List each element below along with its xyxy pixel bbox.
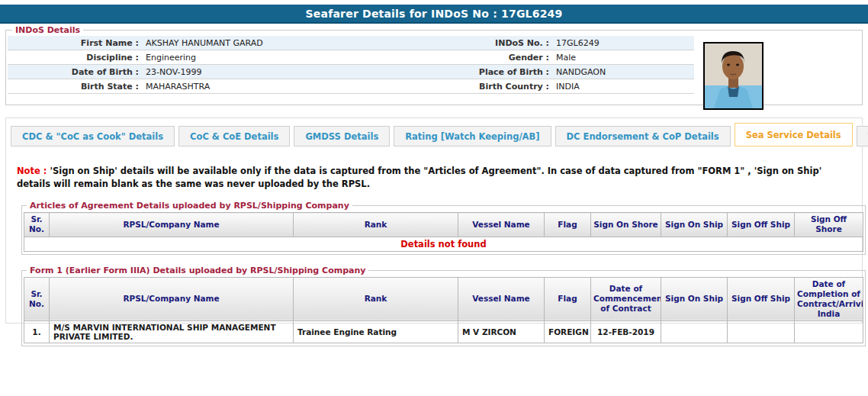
cell-sign-off-ship xyxy=(728,321,795,343)
cell-flag: FOREIGN xyxy=(545,321,591,343)
agreement-empty-row: Details not found xyxy=(24,237,863,251)
tab-panel: CDC & "CoC as Cook" Details CoC & CoE De… xyxy=(5,118,863,324)
discipline-label: Discipline xyxy=(8,53,139,63)
title-bar: Seafarer Details for INDoS No : 17GL6249 xyxy=(0,5,868,24)
first-name-value: AKSHAY HANUMANT GARAD xyxy=(139,38,435,48)
date-of-birth-value: 23-NOV-1999 xyxy=(139,67,435,77)
col-rpsl-company: RPSL/Company Name xyxy=(50,277,294,321)
tab-strip: CDC & "CoC as Cook" Details CoC & CoE De… xyxy=(6,118,862,146)
col-date-completion: Date of Completion of Contract/Arriving … xyxy=(795,277,863,321)
table-row: 1. M/S MARVIN INTERNATIONAL SHIP MANAGEM… xyxy=(24,321,863,343)
cell-rpsl-company: M/S MARVIN INTERNATIONAL SHIP MANAGEMENT… xyxy=(50,321,294,343)
indos-no-label: INDoS No. xyxy=(435,38,549,48)
details-not-found-message: Details not found xyxy=(24,237,863,251)
gender-value: Male xyxy=(549,53,694,63)
agreement-details-legend: Articles of Agreement Details uploaded b… xyxy=(27,201,352,211)
tab-sea-service[interactable]: Sea Service Details xyxy=(735,123,853,146)
indos-row-birth-state: Birth State MAHARASHTRA Birth Country IN… xyxy=(8,79,694,94)
indos-details-legend: INDoS Details xyxy=(12,25,83,35)
col-rank: Rank xyxy=(294,277,458,321)
cell-sign-on-ship xyxy=(661,321,728,343)
indos-row-birth-date: Date of Birth 23-NOV-1999 Place of Birth… xyxy=(8,65,694,79)
cell-date-completion xyxy=(795,321,863,343)
place-of-birth-label: Place of Birth xyxy=(435,67,549,77)
form1-details-legend: Form 1 (Earlier Form IIIA) Details uploa… xyxy=(27,266,368,275)
col-flag: Flag xyxy=(545,277,591,321)
tab-rating-watch-keeping[interactable]: Rating [Watch Keeping/AB] xyxy=(394,126,551,146)
tab-coc-coe[interactable]: CoC & CoE Details xyxy=(178,126,290,146)
col-vessel-name: Vessel Name xyxy=(458,213,545,237)
page-title: Seafarer Details for INDoS No : 17GL6249 xyxy=(306,8,563,20)
agreement-details-section: Articles of Agreement Details uploaded b… xyxy=(21,201,866,254)
form1-details-table: Sr. No. RPSL/Company Name Rank Vessel Na… xyxy=(24,277,863,344)
cell-rank: Trainee Engine Rating xyxy=(294,321,458,343)
indos-no-value: 17GL6249 xyxy=(549,38,694,48)
discipline-value: Engineering xyxy=(139,53,435,63)
col-flag: Flag xyxy=(545,213,591,237)
birth-state-value: MAHARASHTRA xyxy=(139,82,435,92)
agreement-details-table: Sr. No. RPSL/Company Name Rank Vessel Na… xyxy=(24,212,863,251)
note-prefix: Note : xyxy=(17,166,47,176)
col-sign-off-ship: Sign Off Ship xyxy=(728,213,795,237)
birth-country-value: INDIA xyxy=(549,82,694,92)
cell-vessel-name: M V ZIRCON xyxy=(458,321,545,343)
col-sign-on-shore: Sign On Shore xyxy=(591,213,661,237)
col-sign-off-shore: Sign Off Shore xyxy=(795,213,863,237)
gender-label: Gender xyxy=(435,53,549,63)
sign-on-ship-note: Note : 'Sign on Ship' details will be av… xyxy=(17,165,851,190)
form1-header-row: Sr. No. RPSL/Company Name Rank Vessel Na… xyxy=(24,277,863,321)
col-sign-on-ship: Sign On Ship xyxy=(661,277,728,321)
col-date-commencement: Date of Commencement of Contract xyxy=(591,277,661,321)
birth-state-label: Birth State xyxy=(8,82,139,92)
col-sr-no: Sr. No. xyxy=(24,213,50,237)
indos-row-name: First Name AKSHAY HANUMANT GARAD INDoS N… xyxy=(8,36,694,50)
col-sr-no: Sr. No. xyxy=(24,277,50,321)
tab-cdc-coc-as-cook[interactable]: CDC & "CoC as Cook" Details xyxy=(11,126,175,146)
date-of-birth-label: Date of Birth xyxy=(8,67,139,77)
indos-details-section: INDoS Details First Name AKSHAY HANUMANT… xyxy=(5,25,863,105)
seafarer-photo xyxy=(703,42,764,110)
agreement-header-row: Sr. No. RPSL/Company Name Rank Vessel Na… xyxy=(24,213,863,237)
cell-sr-no: 1. xyxy=(24,321,50,343)
indos-details-rows: First Name AKSHAY HANUMANT GARAD INDoS N… xyxy=(8,36,694,94)
col-rank: Rank xyxy=(294,213,458,237)
col-vessel-name: Vessel Name xyxy=(458,277,545,321)
birth-country-label: Birth Country xyxy=(435,82,549,92)
first-name-label: First Name xyxy=(8,38,139,48)
tab-training[interactable]: Training Details xyxy=(857,126,868,146)
form1-details-section: Form 1 (Earlier Form IIIA) Details uploa… xyxy=(21,266,866,347)
indos-row-discipline: Discipline Engineering Gender Male xyxy=(8,50,694,65)
cell-date-commencement: 12-FEB-2019 xyxy=(591,321,661,343)
note-text: 'Sign on Ship' details will be available… xyxy=(17,166,821,189)
col-rpsl-company: RPSL/Company Name xyxy=(50,213,294,237)
tab-dc-endorsement-cop[interactable]: DC Endorsement & CoP Details xyxy=(555,126,731,146)
place-of-birth-value: NANDGAON xyxy=(549,67,694,77)
seafarer-photo-image xyxy=(705,43,762,108)
tab-gmdss[interactable]: GMDSS Details xyxy=(294,126,390,146)
col-sign-on-ship: Sign On Ship xyxy=(661,213,728,237)
col-sign-off-ship: Sign Off Ship xyxy=(728,277,795,321)
